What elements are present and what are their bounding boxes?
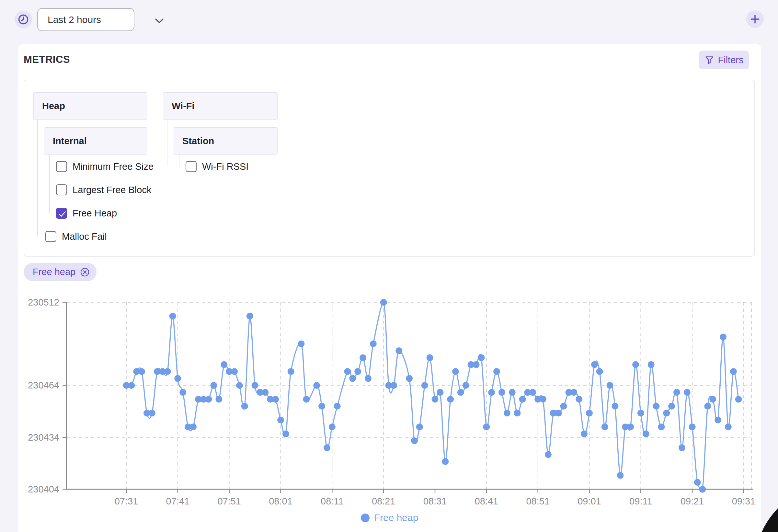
svg-text:08:11: 08:11 [321, 496, 343, 507]
svg-text:07:41: 07:41 [166, 496, 190, 507]
legend-label: Free heap [374, 512, 418, 523]
svg-text:230404: 230404 [28, 484, 59, 495]
dashboard-page: Last 2 hours METRICS Filters Heap [0, 0, 778, 532]
svg-text:08:51: 08:51 [526, 496, 550, 507]
svg-text:230464: 230464 [28, 380, 59, 390]
svg-text:07:31: 07:31 [115, 496, 138, 507]
svg-text:07:51: 07:51 [217, 496, 241, 507]
legend-marker-icon [361, 514, 370, 522]
svg-text:09:11: 09:11 [629, 496, 652, 507]
svg-text:08:31: 08:31 [423, 496, 447, 507]
svg-text:09:01: 09:01 [577, 496, 601, 507]
free-heap-line-chart[interactable]: 23051223046423043423040407:3107:4107:510… [0, 0, 778, 532]
svg-text:230512: 230512 [28, 297, 59, 307]
svg-text:08:01: 08:01 [269, 496, 293, 507]
chart-legend[interactable]: Free heap [17, 512, 762, 523]
svg-text:230434: 230434 [28, 432, 59, 443]
svg-text:08:21: 08:21 [372, 496, 395, 507]
svg-text:09:21: 09:21 [681, 496, 704, 507]
svg-text:08:41: 08:41 [475, 496, 498, 507]
svg-text:09:31: 09:31 [732, 496, 756, 507]
